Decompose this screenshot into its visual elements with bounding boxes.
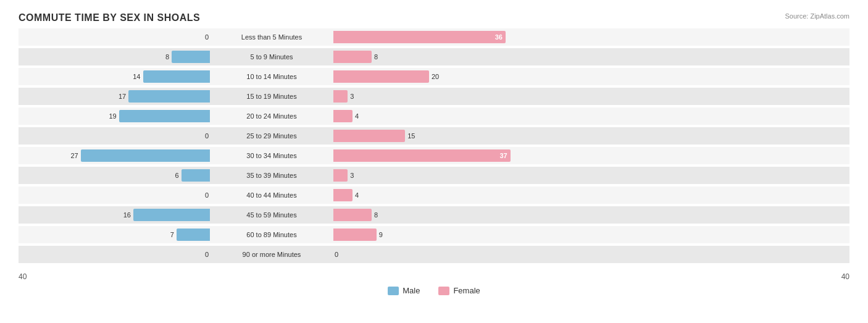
female-value-inside: 36 bbox=[495, 33, 506, 41]
right-section: 9 bbox=[333, 226, 525, 243]
male-value: 27 bbox=[71, 152, 78, 159]
right-section: 4 bbox=[333, 187, 525, 204]
left-section: 0 bbox=[19, 28, 210, 46]
left-section: 17 bbox=[19, 88, 210, 105]
bar-row: 0 25 to 29 Minutes 15 bbox=[19, 127, 849, 145]
bar-label: 25 to 29 Minutes bbox=[210, 132, 333, 140]
male-value-zero: 0 bbox=[205, 251, 209, 258]
left-section: 6 bbox=[19, 167, 210, 184]
right-section: 15 bbox=[333, 127, 525, 145]
male-value: 19 bbox=[109, 112, 117, 120]
female-value: 8 bbox=[374, 53, 378, 61]
right-section: 36 bbox=[333, 28, 525, 46]
bar-label: 40 to 44 Minutes bbox=[210, 191, 333, 199]
bar-row: 0 40 to 44 Minutes 4 bbox=[19, 187, 849, 204]
bar-label: 30 to 34 Minutes bbox=[210, 152, 333, 159]
bar-label: Less than 5 Minutes bbox=[210, 33, 333, 41]
left-section: 0 bbox=[19, 187, 210, 204]
male-bar bbox=[143, 70, 211, 83]
left-section: 0 bbox=[19, 127, 210, 145]
female-bar bbox=[333, 189, 353, 201]
male-value-zero: 0 bbox=[205, 132, 209, 140]
female-value: 3 bbox=[350, 93, 354, 100]
female-value: 9 bbox=[379, 231, 383, 238]
male-bar bbox=[128, 90, 210, 103]
male-value-zero: 0 bbox=[205, 191, 209, 199]
female-value-zero: 0 bbox=[335, 251, 338, 258]
bar-label: 90 or more Minutes bbox=[210, 251, 333, 258]
female-value: 4 bbox=[355, 112, 359, 120]
bar-label: 10 to 14 Minutes bbox=[210, 73, 333, 80]
right-section: 4 bbox=[333, 107, 525, 125]
legend-female: Female bbox=[438, 286, 480, 295]
left-section: 8 bbox=[19, 48, 210, 65]
source-text: Source: ZipAtlas.com bbox=[785, 12, 849, 20]
female-bar bbox=[333, 169, 348, 182]
legend: Male Female bbox=[19, 286, 849, 295]
female-bar bbox=[333, 51, 372, 63]
right-section: 8 bbox=[333, 206, 525, 224]
right-section: 37 bbox=[333, 147, 525, 164]
bar-row: 8 5 to 9 Minutes 8 bbox=[19, 48, 849, 65]
left-section: 7 bbox=[19, 226, 210, 243]
female-value: 4 bbox=[355, 191, 359, 199]
bar-row: 16 45 to 59 Minutes 8 bbox=[19, 206, 849, 224]
left-section: 27 bbox=[19, 147, 210, 164]
axis-left-label: 40 bbox=[19, 272, 27, 281]
bar-row: 14 10 to 14 Minutes 20 bbox=[19, 68, 849, 85]
male-value: 16 bbox=[123, 211, 131, 219]
left-section: 14 bbox=[19, 68, 210, 85]
bar-row: 6 35 to 39 Minutes 3 bbox=[19, 167, 849, 184]
axis-bottom: 40 40 bbox=[19, 272, 849, 281]
male-value: 8 bbox=[165, 53, 169, 61]
bar-row: 0 Less than 5 Minutes 36 bbox=[19, 28, 849, 46]
female-legend-label: Female bbox=[453, 286, 480, 295]
bar-row: 7 60 to 89 Minutes 9 bbox=[19, 226, 849, 243]
female-bar bbox=[333, 110, 353, 122]
female-bar bbox=[333, 229, 377, 241]
left-section: 16 bbox=[19, 206, 210, 224]
female-bar bbox=[333, 130, 405, 142]
bar-row: 27 30 to 34 Minutes 37 bbox=[19, 147, 849, 164]
male-bar bbox=[172, 51, 210, 63]
chart-container: COMMUTE TIME BY SEX IN SHOALS Source: Zi… bbox=[0, 0, 868, 323]
chart-area: 0 Less than 5 Minutes 36 8 bbox=[19, 28, 849, 269]
male-value: 14 bbox=[133, 73, 140, 80]
bar-label: 45 to 59 Minutes bbox=[210, 211, 333, 219]
male-value: 6 bbox=[175, 172, 178, 179]
right-section: 20 bbox=[333, 68, 525, 85]
legend-male: Male bbox=[388, 286, 420, 295]
male-value: 7 bbox=[170, 231, 174, 238]
female-value: 8 bbox=[374, 211, 378, 219]
bar-label: 35 to 39 Minutes bbox=[210, 172, 333, 179]
female-value: 15 bbox=[407, 132, 415, 140]
right-section: 3 bbox=[333, 167, 525, 184]
bar-row: 0 90 or more Minutes 0 bbox=[19, 246, 849, 263]
right-section: 8 bbox=[333, 48, 525, 65]
male-bar bbox=[133, 209, 210, 221]
female-value: 3 bbox=[350, 172, 354, 179]
male-bar bbox=[81, 149, 210, 162]
female-bar: 36 bbox=[333, 31, 506, 43]
bar-row: 17 15 to 19 Minutes 3 bbox=[19, 88, 849, 105]
bar-label: 20 to 24 Minutes bbox=[210, 112, 333, 120]
male-legend-label: Male bbox=[403, 286, 420, 295]
male-legend-box bbox=[388, 287, 399, 295]
male-bar bbox=[182, 169, 211, 182]
bar-label: 15 to 19 Minutes bbox=[210, 93, 333, 100]
bar-label: 5 to 9 Minutes bbox=[210, 53, 333, 61]
male-value-zero: 0 bbox=[205, 33, 209, 41]
female-bar bbox=[333, 70, 429, 83]
left-section: 0 bbox=[19, 246, 210, 263]
male-bar bbox=[177, 229, 210, 241]
female-bar bbox=[333, 209, 372, 221]
female-legend-box bbox=[438, 287, 449, 295]
female-bar: 37 bbox=[333, 149, 511, 162]
male-value: 17 bbox=[119, 93, 126, 100]
male-bar bbox=[119, 110, 210, 122]
bar-row: 19 20 to 24 Minutes 4 bbox=[19, 107, 849, 125]
bar-label: 60 to 89 Minutes bbox=[210, 231, 333, 238]
female-value-inside: 37 bbox=[500, 152, 511, 159]
right-section: 0 bbox=[333, 246, 525, 263]
female-value: 20 bbox=[432, 73, 439, 80]
